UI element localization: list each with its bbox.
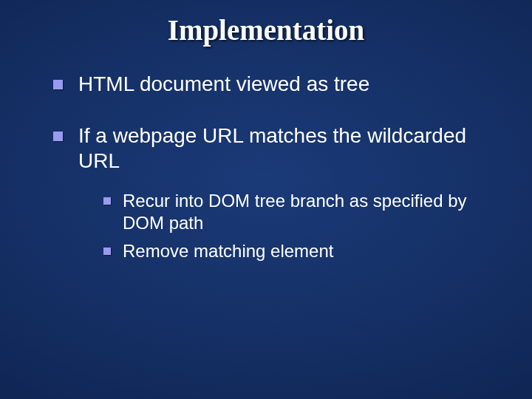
list-item: If a webpage URL matches the wildcarded … <box>53 123 497 262</box>
list-item-text: Recur into DOM tree branch as specified … <box>123 191 467 233</box>
sub-bullet-list: Recur into DOM tree branch as specified … <box>78 190 497 262</box>
list-item: HTML document viewed as tree <box>53 72 497 97</box>
list-item-text: If a webpage URL matches the wildcarded … <box>78 124 466 172</box>
slide-title: Implementation <box>0 13 532 47</box>
list-item: Recur into DOM tree branch as specified … <box>103 190 497 234</box>
list-item-text: Remove matching element <box>123 241 333 261</box>
bullet-list: HTML document viewed as tree If a webpag… <box>0 72 532 262</box>
slide: Implementation HTML document viewed as t… <box>0 0 532 399</box>
list-item-text: HTML document viewed as tree <box>78 72 369 95</box>
list-item: Remove matching element <box>103 240 497 262</box>
